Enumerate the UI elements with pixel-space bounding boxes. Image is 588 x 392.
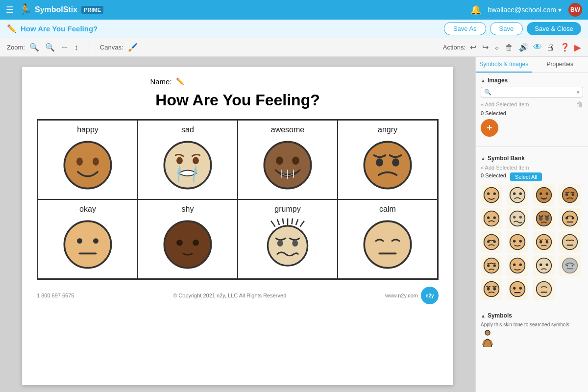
title-buttons: Save As Save Save & Close bbox=[444, 22, 581, 35]
svg-point-0 bbox=[64, 142, 111, 188]
symbol-cell-10[interactable] bbox=[507, 231, 528, 253]
cell-awesome: awesome bbox=[238, 120, 338, 199]
symbol-cell-4[interactable] bbox=[559, 184, 581, 206]
symbol-cell-12[interactable] bbox=[559, 231, 581, 253]
symbol-cell-14[interactable] bbox=[507, 255, 528, 276]
fit-width-icon[interactable]: ↔ bbox=[59, 42, 70, 53]
images-search-input[interactable] bbox=[491, 89, 577, 96]
svg-point-35 bbox=[487, 193, 490, 195]
symbol-cell-5[interactable] bbox=[481, 208, 502, 229]
edit-pencil-icon[interactable]: ✏️ bbox=[7, 24, 17, 33]
label-grumpy: grumpy bbox=[274, 205, 300, 214]
svg-point-6 bbox=[264, 142, 311, 188]
symbol-bank-count: 0 Selected bbox=[481, 172, 506, 178]
symbol-cell-17[interactable] bbox=[481, 278, 502, 300]
symbol-cell-16[interactable] bbox=[559, 255, 581, 276]
worksheet-title: How Are You Feeling? bbox=[37, 91, 439, 109]
svg-point-37 bbox=[510, 188, 525, 203]
cell-angry: angry bbox=[338, 120, 438, 199]
delete-icon[interactable]: 🗑 bbox=[504, 42, 514, 53]
zoom-in-icon[interactable]: 🔍 bbox=[28, 41, 41, 53]
svg-point-76 bbox=[536, 258, 551, 273]
fit-height-icon[interactable]: ↕ bbox=[73, 42, 80, 53]
trash-icon[interactable]: 🗑 bbox=[576, 100, 583, 108]
svg-point-21 bbox=[193, 240, 199, 246]
redo-icon[interactable]: ↪ bbox=[481, 41, 490, 53]
zoom-out-icon[interactable]: 🔍 bbox=[44, 41, 56, 53]
user-info: bwallace@school.com ▾ bbox=[488, 6, 562, 14]
svg-point-80 bbox=[566, 265, 568, 267]
images-section: ▲ Images 🔍 ▾ « Add Selected Item 🗑 0 Sel… bbox=[476, 73, 588, 145]
volume-icon[interactable]: 🔊 bbox=[517, 41, 530, 53]
cell-okay: okay bbox=[38, 199, 138, 279]
symbol-cell-2[interactable] bbox=[507, 184, 528, 206]
search-dropdown-icon[interactable]: ▾ bbox=[577, 89, 580, 96]
symbol-cell-9[interactable] bbox=[481, 231, 502, 253]
print-icon[interactable]: 🖨 bbox=[545, 42, 556, 53]
chevron-down-icon[interactable]: ▾ bbox=[558, 6, 562, 14]
svg-point-49 bbox=[510, 211, 525, 226]
pencil-icon: ✏️ bbox=[176, 77, 184, 85]
svg-point-52 bbox=[536, 211, 551, 226]
undo-icon[interactable]: ↩ bbox=[468, 41, 478, 53]
svg-point-77 bbox=[539, 264, 542, 266]
tab-symbols-images[interactable]: Symbols & Images bbox=[476, 57, 532, 73]
add-selected-label[interactable]: « Add Selected Item bbox=[481, 101, 529, 107]
symbol-cell-1[interactable] bbox=[481, 184, 502, 206]
worksheet-footer: 1 800 697 6575 © Copyright 2021 n2y, LLC… bbox=[37, 287, 439, 304]
svg-point-20 bbox=[176, 240, 183, 246]
tab-properties[interactable]: Properties bbox=[532, 57, 588, 73]
symbols-arrow-icon[interactable]: ▲ bbox=[481, 313, 486, 318]
add-image-button[interactable]: + bbox=[481, 119, 498, 137]
svg-point-81 bbox=[571, 265, 573, 267]
svg-point-83 bbox=[484, 282, 499, 297]
symbol-bank-header: ▲ Symbol Bank bbox=[481, 155, 583, 162]
face-happy bbox=[61, 138, 115, 192]
hamburger-menu[interactable]: ☰ bbox=[6, 4, 14, 15]
label-happy: happy bbox=[77, 125, 98, 134]
svg-point-2 bbox=[93, 157, 99, 166]
face-grumpy bbox=[261, 218, 315, 271]
cell-happy: happy bbox=[38, 120, 138, 199]
symbol-cell-18[interactable] bbox=[507, 278, 528, 300]
svg-point-72 bbox=[493, 264, 496, 267]
svg-point-92 bbox=[485, 330, 490, 335]
name-label: Name: bbox=[150, 77, 172, 86]
symbol-bank-arrow-icon[interactable]: ▲ bbox=[481, 156, 486, 161]
symbol-cell-19[interactable] bbox=[533, 278, 555, 300]
images-search-bar[interactable]: 🔍 ▾ bbox=[481, 87, 583, 98]
svg-point-4 bbox=[176, 157, 183, 165]
svg-point-17 bbox=[93, 238, 98, 244]
symbol-cell-13[interactable] bbox=[481, 255, 502, 276]
save-button[interactable]: Save bbox=[490, 22, 523, 35]
svg-point-40 bbox=[536, 188, 551, 203]
notification-bell-icon[interactable]: 🔔 bbox=[470, 4, 481, 15]
svg-point-56 bbox=[565, 217, 568, 219]
symbol-cell-8[interactable] bbox=[559, 208, 581, 229]
save-close-button[interactable]: Save & Close bbox=[527, 22, 581, 35]
svg-point-41 bbox=[539, 193, 542, 195]
cell-shy: shy bbox=[138, 199, 238, 279]
symbol-bank-add-label[interactable]: « Add Selected Item bbox=[481, 165, 529, 171]
layers-icon[interactable]: ⬦ bbox=[493, 42, 501, 53]
select-all-button[interactable]: Select All bbox=[510, 172, 542, 181]
play-icon[interactable]: ▶ bbox=[574, 42, 581, 53]
footer-copyright: © Copyright 2021 n2y, LLC All Rights Res… bbox=[173, 293, 286, 298]
help-icon[interactable]: ❓ bbox=[559, 41, 571, 53]
face-sad bbox=[161, 138, 215, 192]
symbol-cell-6[interactable] bbox=[507, 208, 528, 229]
svg-point-13 bbox=[376, 158, 383, 167]
eye-icon[interactable]: 👁 bbox=[533, 42, 542, 52]
symbol-cell-7[interactable] bbox=[533, 208, 555, 229]
symbol-cell-3[interactable] bbox=[533, 184, 555, 206]
svg-point-50 bbox=[513, 216, 515, 219]
cell-sad: sad bbox=[138, 120, 238, 199]
images-arrow-icon[interactable]: ▲ bbox=[481, 78, 486, 83]
canvas-tool-icon[interactable]: 🖌️ bbox=[126, 41, 139, 53]
svg-point-67 bbox=[545, 241, 548, 243]
symbol-cell-11[interactable] bbox=[533, 231, 555, 253]
emoji-grid: happy sad bbox=[37, 119, 439, 280]
save-as-button[interactable]: Save As bbox=[444, 22, 486, 35]
face-shy bbox=[161, 218, 215, 271]
symbol-cell-15[interactable] bbox=[533, 255, 555, 276]
